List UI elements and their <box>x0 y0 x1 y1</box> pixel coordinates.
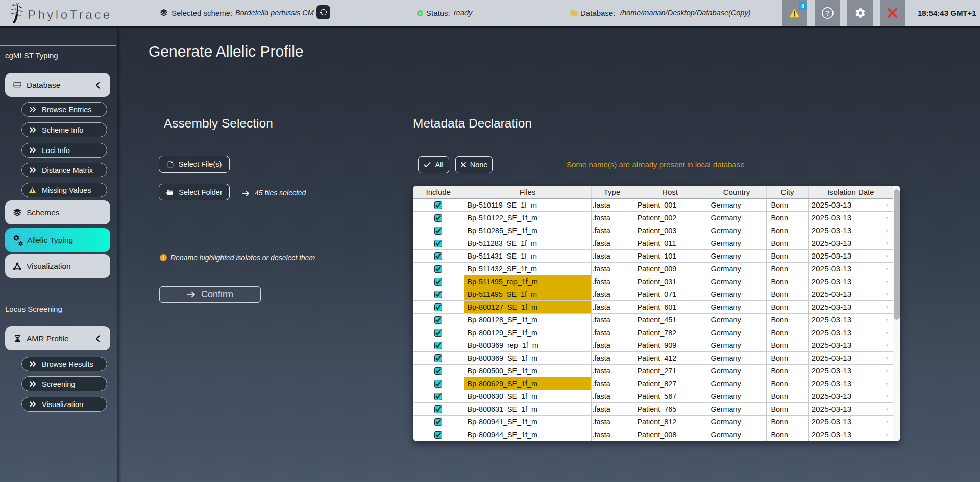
svg-text:?: ? <box>825 9 829 17</box>
